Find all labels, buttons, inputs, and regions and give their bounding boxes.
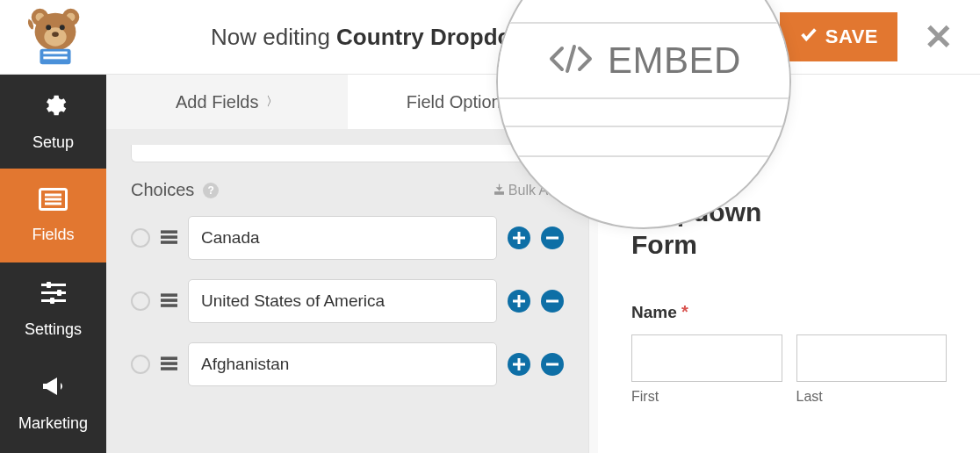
radio-default-toggle[interactable]	[131, 291, 150, 311]
svg-point-6	[46, 25, 51, 30]
svg-rect-32	[513, 300, 525, 303]
sidebar-item-setup[interactable]: Setup	[0, 75, 106, 169]
chevron-right-icon: 〉	[266, 94, 278, 110]
download-icon	[494, 183, 505, 198]
choice-input[interactable]	[188, 279, 497, 323]
remove-choice-button[interactable]	[541, 290, 564, 313]
sidebar-item-label: Marketing	[18, 414, 88, 433]
svg-rect-16	[41, 284, 66, 286]
save-button[interactable]: SAVE	[780, 12, 897, 61]
code-icon	[546, 41, 595, 80]
collapsed-section	[131, 145, 564, 162]
add-choice-button[interactable]	[508, 290, 530, 313]
sidebar-item-label: Settings	[25, 320, 82, 339]
svg-rect-29	[161, 298, 177, 302]
radio-default-toggle[interactable]	[131, 228, 150, 248]
svg-rect-20	[57, 290, 61, 296]
drag-handle-icon[interactable]	[161, 228, 177, 248]
svg-rect-34	[161, 356, 177, 360]
header-bar: Now editing Country Dropdown SAVE ✕	[0, 0, 980, 75]
svg-rect-23	[161, 235, 177, 239]
add-choice-button[interactable]	[508, 353, 530, 376]
choice-row	[131, 279, 564, 323]
svg-rect-27	[546, 237, 558, 240]
svg-point-7	[60, 25, 65, 30]
svg-rect-39	[546, 363, 558, 366]
sidebar-item-marketing[interactable]: Marketing	[0, 356, 106, 450]
close-button[interactable]: ✕	[924, 17, 959, 57]
name-field-label: Name *	[631, 302, 947, 322]
radio-default-toggle[interactable]	[131, 355, 150, 374]
gear-icon	[40, 92, 67, 125]
svg-rect-33	[546, 300, 558, 303]
svg-line-40	[567, 47, 574, 71]
sidebar-item-fields[interactable]: Fields	[0, 169, 106, 262]
check-icon	[799, 25, 818, 49]
svg-rect-19	[47, 282, 51, 288]
list-icon	[39, 187, 68, 217]
bullhorn-icon	[40, 375, 68, 406]
sidebar: Setup Fields Settings Marketing	[0, 75, 106, 453]
editing-title: Now editing Country Dropdown	[211, 24, 544, 51]
svg-rect-24	[161, 241, 177, 244]
first-name-input[interactable]	[631, 334, 782, 382]
drag-handle-icon[interactable]	[161, 355, 177, 375]
choice-row	[131, 342, 564, 386]
svg-rect-17	[41, 291, 66, 294]
svg-rect-30	[161, 304, 177, 307]
sliders-icon	[40, 281, 68, 312]
drag-handle-icon[interactable]	[161, 291, 177, 312]
svg-rect-10	[43, 52, 67, 54]
svg-rect-21	[50, 298, 54, 304]
help-icon[interactable]: ?	[203, 183, 219, 198]
choice-input[interactable]	[188, 342, 497, 386]
choices-label: Choices ?	[131, 180, 219, 200]
svg-rect-35	[161, 362, 177, 365]
embed-button[interactable]: EMBED	[498, 22, 789, 99]
choice-row	[131, 216, 564, 260]
close-icon: ✕	[924, 18, 954, 56]
svg-rect-28	[161, 293, 177, 297]
tab-add-fields[interactable]: Add Fields 〉	[106, 75, 348, 129]
add-choice-button[interactable]	[508, 226, 530, 249]
app-logo	[21, 2, 91, 72]
svg-rect-11	[43, 56, 67, 59]
last-name-input[interactable]	[796, 334, 948, 382]
required-indicator: *	[681, 302, 688, 321]
svg-point-8	[52, 32, 59, 37]
first-name-sublabel: First	[631, 389, 782, 405]
sidebar-item-settings[interactable]: Settings	[0, 262, 106, 356]
last-name-sublabel: Last	[796, 389, 948, 405]
sidebar-item-label: Setup	[32, 133, 74, 152]
sidebar-item-label: Fields	[32, 226, 74, 244]
svg-rect-36	[161, 367, 177, 370]
remove-choice-button[interactable]	[541, 353, 564, 376]
svg-rect-26	[513, 237, 525, 240]
choice-input[interactable]	[188, 216, 497, 260]
remove-choice-button[interactable]	[541, 226, 564, 249]
svg-rect-22	[161, 230, 177, 234]
svg-rect-38	[513, 363, 525, 366]
